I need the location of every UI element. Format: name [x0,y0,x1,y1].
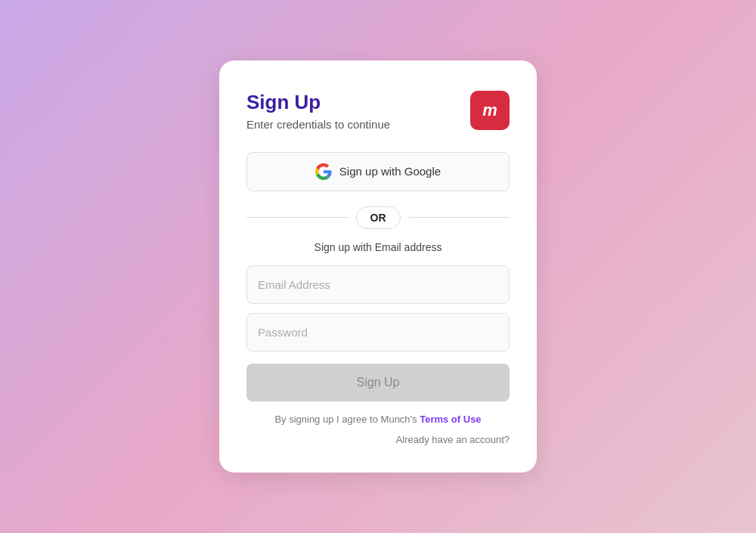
google-button-label: Sign up with Google [339,165,441,178]
terms-prefix: By signing up I agree to Munch's [274,414,420,425]
card-header: Sign Up Enter credentials to continue m [246,91,510,130]
page-title: Sign Up [246,91,390,114]
logo-badge: m [470,91,510,130]
terms-text: By signing up I agree to Munch's Terms o… [246,414,510,425]
divider-row: OR [246,206,510,229]
signup-card: Sign Up Enter credentials to continue m … [219,60,537,472]
divider-or: OR [356,206,401,229]
signup-button[interactable]: Sign Up [246,364,510,401]
already-account: Already have an account? [246,434,510,445]
password-input[interactable] [246,313,510,352]
header-text: Sign Up Enter credentials to continue [246,91,390,130]
page-subtitle: Enter credentials to continue [246,118,390,131]
email-input[interactable] [246,265,510,304]
divider-line-right [408,217,510,218]
google-icon [315,163,332,180]
logo-letter: m [482,101,497,120]
terms-link[interactable]: Terms of Use [420,414,481,425]
already-account-text: Already have an account? [396,434,510,445]
google-signup-button[interactable]: Sign up with Google [246,152,510,191]
divider-line-left [246,217,349,218]
email-section-label: Sign up with Email address [246,241,510,253]
